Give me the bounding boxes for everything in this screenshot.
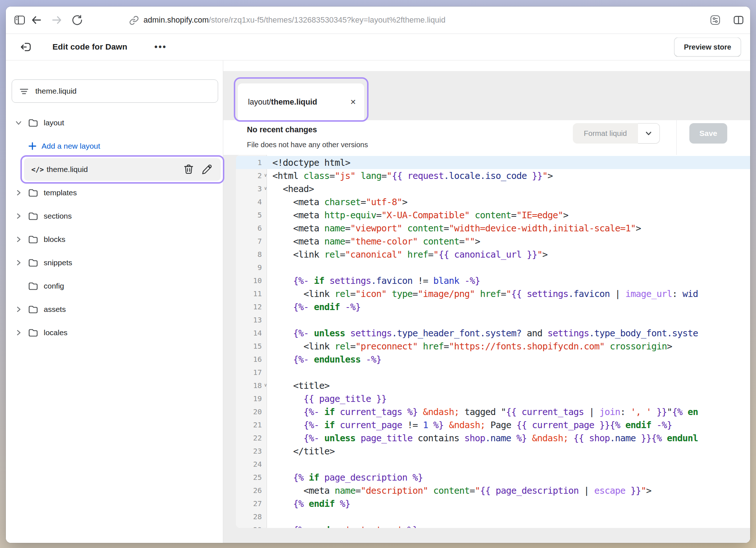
back-button-icon[interactable] [28,12,44,28]
fold-chevron-icon[interactable]: ∨ [262,382,267,388]
folder-icon [27,327,39,338]
code-line-22[interactable]: 22 {%- unless page_title contains shop.n… [236,431,750,445]
folder-icon [27,211,39,222]
code-line-12[interactable]: 12 {%- endif -%} [236,300,750,313]
code-line-11[interactable]: 11 <link rel="icon" type="image/png" hre… [236,287,750,300]
code-line-14[interactable]: 14 {%- unless settings.type_header_font.… [236,326,750,340]
code-text: <meta http-equiv="X-UA-Compatible" conte… [267,210,568,220]
sidebar-item-sections[interactable]: sections [6,204,223,228]
code-line-7[interactable]: 7 <meta name="theme-color" content=""> [236,235,750,248]
sidebar-item-config[interactable]: config [6,274,223,298]
tab-label: layout/theme.liquid [248,97,317,106]
format-liquid-button[interactable]: Format liquid [573,123,638,144]
fold-chevron-icon[interactable]: ∨ [262,172,267,178]
code-line-1[interactable]: 1<!doctype html> [236,156,750,169]
code-text: <title> [267,380,330,391]
format-liquid-dropdown-button[interactable] [638,123,660,144]
exit-code-editor-icon[interactable] [18,39,34,55]
code-line-27[interactable]: 27 {% endif %} [236,497,750,510]
code-text: {% endif %} [267,498,350,509]
code-text: {%- if current_page != 1 %} &ndash; Page… [267,420,672,430]
link-icon [129,15,139,26]
code-line-17[interactable]: 17 [236,366,750,379]
code-line-10[interactable]: 10 {%- if settings.favicon != blank -%} [236,274,750,287]
code-line-5[interactable]: 5 <meta http-equiv="X-UA-Compatible" con… [236,208,750,222]
chevron-right-icon[interactable] [14,235,23,243]
preview-store-button[interactable]: Preview store [674,38,741,57]
tab-close-icon[interactable]: ✕ [350,98,356,106]
code-line-15[interactable]: 15 <link rel="preconnect" href="https://… [236,340,750,353]
page-settings-icon[interactable] [707,12,723,28]
chevron-down-icon [645,129,653,137]
line-number: 29 [236,525,267,528]
sidebar-item-add-a-new-layout[interactable]: Add a new layout [6,134,223,158]
fold-chevron-icon[interactable]: ∨ [262,185,267,191]
folder-label: blocks [44,235,66,244]
line-number: 19 [236,394,267,403]
folder-icon [27,234,39,245]
chevron-right-icon[interactable] [14,259,23,267]
code-editor[interactable]: 1<!doctype html>2∨<html class="js" lang=… [236,155,750,528]
file-label: theme.liquid [47,165,88,174]
rename-file-icon[interactable] [200,163,213,176]
chevron-right-icon[interactable] [14,212,23,220]
code-text: <html class="js" lang="{{ request.locale… [267,171,553,181]
code-line-6[interactable]: 6 <meta name="viewport" content="width=d… [236,222,750,235]
code-line-24[interactable]: 24 [236,458,750,471]
forward-button-icon[interactable] [49,12,65,28]
sidebar-item-templates[interactable]: templates [6,181,223,204]
code-text: <head> [267,184,314,194]
delete-file-icon[interactable] [182,163,195,176]
code-line-13[interactable]: 13 [236,313,750,326]
folder-label: config [44,282,64,290]
reload-icon[interactable] [69,12,85,28]
toolbar-divider [676,120,677,155]
sidebar-item-layout[interactable]: layout [6,111,223,134]
chevron-right-icon[interactable] [14,329,23,337]
add-layout-link: Add a new layout [42,142,100,150]
code-line-20[interactable]: 20 {%- if current_tags %} &ndash; tagged… [236,405,750,418]
line-number: 2∨ [236,171,267,180]
code-line-2[interactable]: 2∨<html class="js" lang="{{ request.loca… [236,169,750,182]
chevron-down-icon[interactable] [14,119,23,127]
plus-icon [28,141,37,151]
code-line-8[interactable]: 8 <link rel="canonical" href="{{ canonic… [236,248,750,261]
line-number: 6 [236,224,267,232]
split-view-icon[interactable] [731,12,747,28]
chevron-right-icon[interactable] [14,189,23,197]
code-text: <!doctype html> [267,157,350,168]
sidebar-item-theme-liquid[interactable]: </>theme.liquid [6,158,223,181]
code-line-16[interactable]: 16 {%- endunless -%} [236,353,750,366]
code-line-26[interactable]: 26 <meta name="description" content="{{ … [236,484,750,497]
code-line-4[interactable]: 4 <meta charset="utf-8"> [236,195,750,208]
file-search-input[interactable]: theme.liquid [12,79,218,103]
chevron-right-icon[interactable] [14,305,23,313]
url-text: admin.shopify.com/store/rzq1xu-f5/themes… [143,16,445,25]
code-line-29[interactable]: 29 {% render 'meta-tags' %} [236,523,750,528]
code-line-3[interactable]: 3∨ <head> [236,182,750,195]
more-menu-button[interactable]: ••• [154,42,167,52]
sidebar-item-assets[interactable]: assets [6,298,223,321]
folder-label: locales [44,328,67,337]
format-liquid-split-button: Format liquid [573,123,660,144]
line-number: 13 [236,316,267,324]
sidebar-item-locales[interactable]: locales [6,321,223,344]
code-line-21[interactable]: 21 {%- if current_page != 1 %} &ndash; P… [236,418,750,431]
save-button[interactable]: Save [689,123,727,144]
line-number: 21 [236,420,267,429]
sidebar-item-blocks[interactable]: blocks [6,228,223,251]
filter-icon [19,86,29,97]
code-line-19[interactable]: 19 {{ page_title }} [236,392,750,405]
line-number: 24 [236,460,267,469]
code-line-23[interactable]: 23 </title> [236,445,750,458]
address-bar[interactable]: admin.shopify.com/store/rzq1xu-f5/themes… [129,7,445,34]
code-line-9[interactable]: 9 [236,261,750,274]
tab-theme-liquid[interactable]: layout/theme.liquid ✕ [238,83,364,120]
code-line-18[interactable]: 18∨ <title> [236,379,750,392]
code-line-25[interactable]: 25 {% if page_description %} [236,471,750,484]
line-number: 18∨ [236,381,267,390]
code-line-28[interactable]: 28 [236,510,750,523]
sidebar-toggle-icon[interactable] [12,12,28,28]
code-text: <link rel="preconnect" href="https://fon… [267,341,672,352]
sidebar-item-snippets[interactable]: snippets [6,251,223,274]
